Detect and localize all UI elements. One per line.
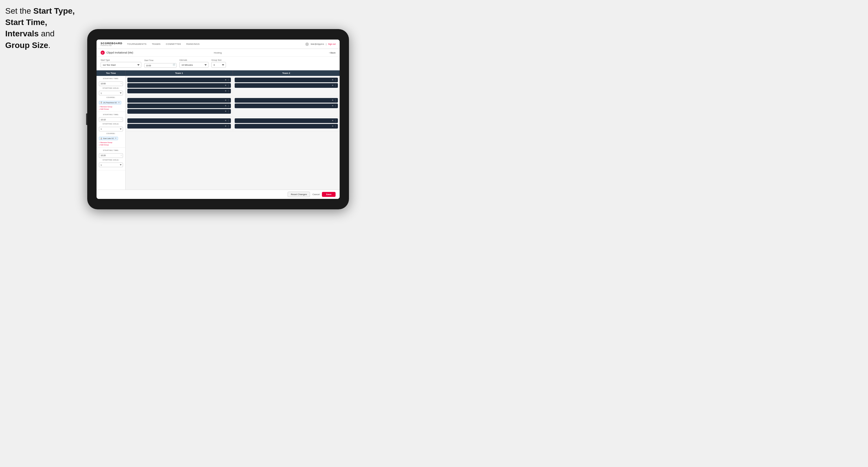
player-row-3a-2: ✕ ⋮ <box>127 124 231 128</box>
controls-row: Start Type 1st Tee Start Shotgun Start S… <box>97 57 340 70</box>
starting-hole-select-2[interactable]: 123 <box>99 127 123 131</box>
player-actions-1-2: ✕ ⋮ <box>225 84 229 87</box>
start-time-group: Start Time 🕙 <box>144 59 177 68</box>
team1-col-3: ✕ ⋮ ✕ ⋮ <box>126 117 233 131</box>
group-row-1: ✕ ⋮ ✕ ⋮ ✕ <box>126 76 340 96</box>
nav-tabs: TOURNAMENTS TEAMS COMMITTEE RANKINGS <box>126 43 305 45</box>
player-row-2b-1: ✕ ⋮ <box>235 98 338 103</box>
tournament-icon: C <box>101 51 105 55</box>
instruction-text: Set the Start Type, Start Time, Interval… <box>5 5 90 51</box>
group-row-3: ✕ ⋮ ✕ ⋮ <box>126 117 340 131</box>
reset-changes-button[interactable]: Reset Changes <box>287 192 310 197</box>
user-email: blair@clippd.io <box>311 43 324 45</box>
starting-time-label-2: STARTING TIME: <box>99 114 123 116</box>
starting-time-label-3: STARTING TIME: <box>99 150 123 151</box>
tablet-side-button <box>86 114 87 125</box>
intervals-label: Intervals <box>179 59 209 61</box>
team2-col-1: ✕ ⋮ ✕ ⋮ <box>233 76 340 96</box>
nav-tab-rankings[interactable]: RANKINGS <box>186 43 200 45</box>
course-icon-2: 🏌 <box>100 137 102 139</box>
nav-separator: | <box>326 43 326 45</box>
add-group-btn-1[interactable]: + Add Group <box>99 108 109 110</box>
content-area: STARTING TIME: ○ STARTING HOLE: 123 COUR… <box>97 76 340 190</box>
course-name-2: East Lake GC <box>103 137 114 139</box>
intervals-group: Intervals 10 Minutes 5 Minutes 15 Minute… <box>179 59 209 68</box>
player-row-2-1: ✕ ⋮ <box>235 77 338 82</box>
tablet-device: SCOREBOARD Powered by clipp TOURNAMENTS … <box>87 29 349 209</box>
course-remove-1[interactable]: ✕ <box>118 101 120 104</box>
expand-icon[interactable]: ✕ <box>225 79 226 81</box>
team1-col-2: ✕ ⋮ ✕ ⋮ ✕ <box>126 96 233 116</box>
group-1-section: STARTING TIME: ○ STARTING HOLE: 123 COUR… <box>97 76 125 112</box>
table-header: Tee Time Team 1 Team 2 <box>97 70 340 76</box>
cancel-button[interactable]: Cancel <box>312 193 319 196</box>
course-remove-2[interactable]: ✕ <box>115 137 117 139</box>
save-button[interactable]: Save <box>322 192 336 197</box>
user-avatar <box>305 42 309 46</box>
starting-hole-select-1[interactable]: 123 <box>99 91 123 95</box>
starting-time-input-2[interactable] <box>99 117 123 122</box>
nav-tab-tournaments[interactable]: TOURNAMENTS <box>126 43 147 45</box>
team1-col-1: ✕ ⋮ ✕ ⋮ ✕ <box>126 76 233 96</box>
sign-out-link[interactable]: Sign out <box>328 43 336 45</box>
tablet-screen: SCOREBOARD Powered by clipp TOURNAMENTS … <box>97 39 340 199</box>
starting-hole-label-3: STARTING HOLE: <box>99 159 123 161</box>
player-actions-1-1: ✕ ⋮ <box>225 79 229 81</box>
nav-bar: SCOREBOARD Powered by clipp TOURNAMENTS … <box>97 39 340 49</box>
instruction-bold1: Start Type, <box>33 6 75 15</box>
player-row-1-1: ✕ ⋮ <box>127 77 231 82</box>
edit-icon-s[interactable]: ⋮ <box>227 90 229 92</box>
nav-tab-teams[interactable]: TEAMS <box>151 43 161 45</box>
instruction-line3-suffix: and <box>39 29 55 38</box>
intervals-select[interactable]: 10 Minutes 5 Minutes 15 Minutes <box>179 62 209 68</box>
sub-header: C Clippd Invitational (Me) Hosting ‹ Bac… <box>97 49 340 57</box>
group-3-section: STARTING TIME: ○ STARTING HOLE: 12 <box>97 148 125 170</box>
group-size-select[interactable]: 3 2 4 <box>211 62 226 68</box>
team2-col-2: ✕ ⋮ ✕ ⋮ <box>233 96 340 116</box>
starting-hole-select-3[interactable]: 12 <box>99 162 123 167</box>
player-row-3b-1: ✕ ⋮ <box>235 118 338 123</box>
player-row-2-2: ✕ ⋮ <box>235 83 338 88</box>
start-type-select[interactable]: 1st Tee Start Shotgun Start <box>101 62 141 68</box>
nav-logo: SCOREBOARD Powered by clipp <box>101 42 122 46</box>
course-label-2: COURSE: <box>99 133 123 134</box>
course-name-1: (A) Peachtree GC <box>103 102 117 103</box>
group-size-label: Group Size <box>211 59 226 61</box>
course-label-1: COURSE: <box>99 97 123 98</box>
nav-tab-committee[interactable]: COMMITTEE <box>165 43 182 45</box>
instruction-prefix: Set the <box>5 6 33 15</box>
expand-icon-2[interactable]: ✕ <box>225 84 226 87</box>
left-panel: STARTING TIME: ○ STARTING HOLE: 123 COUR… <box>97 76 126 190</box>
course-tag-2: 🏌 East Lake GC ✕ <box>99 137 118 140</box>
remove-group-btn-2[interactable]: ○ Remove Group <box>99 142 112 143</box>
player-actions-2-2: ✕ ⋮ <box>332 84 336 87</box>
course-icon-1: 🏌 <box>100 101 102 103</box>
nav-user: blair@clippd.io | Sign out <box>305 42 336 46</box>
instruction-line4-suffix: . <box>48 41 51 50</box>
tournament-name: Clippd Invitational (Me) <box>106 51 214 54</box>
player-row-2a-2: ✕ ⋮ <box>127 103 231 108</box>
breadcrumb: Hosting <box>214 52 222 54</box>
instruction-line3-bold: Intervals <box>5 29 39 38</box>
expand-icon-s[interactable]: ✕ <box>225 90 226 92</box>
th-team2: Team 2 <box>232 70 340 76</box>
starting-hole-label-2: STARTING HOLE: <box>99 123 123 125</box>
edit-icon[interactable]: ⋮ <box>227 79 229 81</box>
group-row-2: ✕ ⋮ ✕ ⋮ ✕ <box>126 96 340 117</box>
player-row-2a-1: ✕ ⋮ <box>127 98 231 103</box>
remove-group-btn-1[interactable]: ○ Remove Group <box>99 106 112 107</box>
add-group-btn-2[interactable]: + Add Group <box>99 144 109 146</box>
starting-time-input-3[interactable] <box>99 153 123 158</box>
edit-icon-2[interactable]: ⋮ <box>227 84 229 87</box>
group-2-section: STARTING TIME: ○ STARTING HOLE: 123 COUR… <box>97 112 125 148</box>
starting-hole-label-1: STARTING HOLE: <box>99 87 123 89</box>
start-time-input[interactable] <box>144 63 177 68</box>
player-row-3b-2: ✕ ⋮ <box>235 124 338 128</box>
group-size-group: Group Size 3 2 4 <box>211 59 226 68</box>
player-row-1-2: ✕ ⋮ <box>127 83 231 88</box>
starting-time-input-1[interactable] <box>99 82 123 86</box>
back-button[interactable]: ‹ Back <box>329 52 336 54</box>
player-actions-1-s: ✕ ⋮ <box>225 90 229 92</box>
start-time-label: Start Time <box>144 59 177 61</box>
team2-col-3: ✕ ⋮ ✕ ⋮ <box>233 117 340 131</box>
